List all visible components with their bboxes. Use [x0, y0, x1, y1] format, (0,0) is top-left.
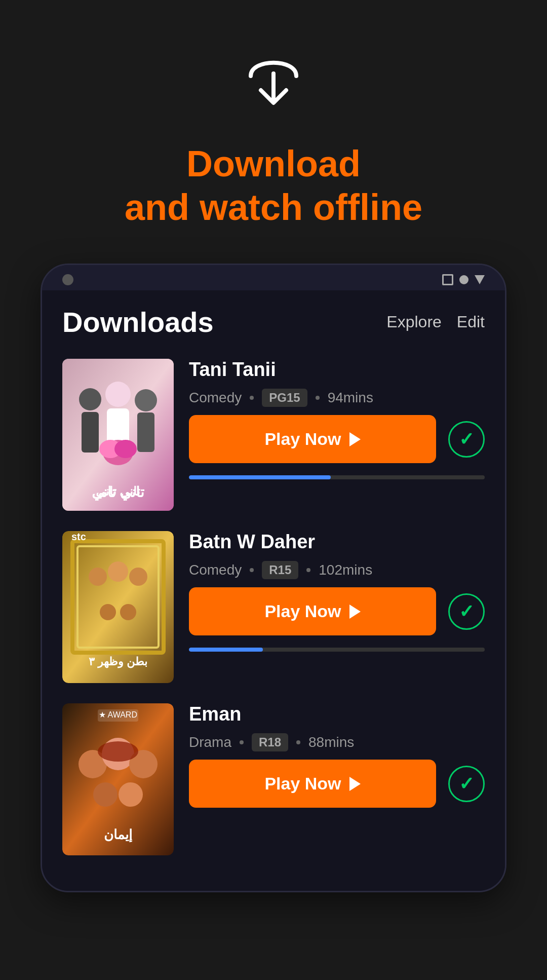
top-section: Download and watch offline [0, 0, 547, 260]
movie-meta-eman: Drama R18 88mins [189, 733, 485, 751]
status-square-icon [442, 274, 453, 285]
play-triangle-icon-eman [349, 777, 361, 791]
progress-fill-batn-w-daher [189, 648, 263, 652]
svg-point-18 [100, 604, 116, 620]
svg-text:إيمان: إيمان [104, 827, 132, 843]
downloads-title: Downloads [62, 306, 214, 338]
rating-tani-tanii: PG15 [262, 389, 307, 407]
explore-button[interactable]: Explore [386, 313, 442, 331]
duration-batn-w-daher: 102mins [319, 562, 372, 578]
svg-text:stc: stc [71, 531, 86, 542]
rating-eman: R18 [252, 733, 288, 751]
svg-rect-7 [137, 412, 154, 452]
status-triangle-icon [475, 275, 485, 284]
movie-info-eman: Eman Drama R18 88mins Play Now ✓ [189, 703, 485, 808]
svg-rect-3 [82, 412, 99, 453]
check-circle-eman: ✓ [448, 766, 485, 802]
play-row-batn-w-daher: Play Now ✓ [189, 587, 485, 635]
play-now-button-tani-tanii[interactable]: Play Now [189, 415, 436, 463]
movie-item-tani-tanii: تاني تاني Tani Tanii Comedy PG15 94mins … [62, 359, 485, 511]
header-actions: Explore Edit [386, 313, 485, 331]
movie-item-batn-w-daher: stc بطن وظهر ٣ Batn W Daher Comedy R15 1… [62, 531, 485, 683]
svg-point-27 [119, 782, 143, 807]
svg-point-2 [79, 388, 101, 410]
progress-fill-tani-tanii [189, 475, 331, 479]
status-icons [442, 274, 485, 285]
dot3 [250, 568, 254, 572]
progress-bar-tani-tanii [189, 475, 485, 479]
check-circle-tani-tanii: ✓ [448, 421, 485, 458]
play-row-tani-tanii: Play Now ✓ [189, 415, 485, 463]
play-now-button-eman[interactable]: Play Now [189, 760, 436, 808]
movie-meta-batn-w-daher: Comedy R15 102mins [189, 561, 485, 579]
movie-title-tani-tanii: Tani Tanii [189, 359, 485, 381]
play-now-label-eman: Play Now [264, 774, 341, 794]
svg-point-4 [105, 382, 131, 407]
movie-info-tani-tanii: Tani Tanii Comedy PG15 94mins Play Now ✓ [189, 359, 485, 479]
headline: Download and watch offline [125, 142, 422, 230]
svg-text:تاني تاني: تاني تاني [96, 484, 141, 499]
play-triangle-icon-batn-w-daher [349, 605, 361, 619]
downloads-header: Downloads Explore Edit [62, 306, 485, 338]
svg-point-19 [120, 604, 136, 620]
dot2 [316, 396, 320, 400]
check-circle-batn-w-daher: ✓ [448, 593, 485, 630]
play-now-button-batn-w-daher[interactable]: Play Now [189, 587, 436, 635]
movie-title-batn-w-daher: Batn W Daher [189, 531, 485, 553]
svg-point-16 [108, 561, 128, 582]
duration-tani-tanii: 94mins [328, 390, 373, 406]
play-now-label-tani-tanii: Play Now [264, 429, 341, 449]
dot4 [306, 568, 310, 572]
svg-point-6 [135, 389, 157, 411]
check-mark-icon-eman: ✓ [459, 773, 474, 795]
svg-point-10 [114, 440, 137, 458]
edit-button[interactable]: Edit [457, 313, 485, 331]
movie-poster-tani-tanii: تاني تاني [62, 359, 174, 511]
movie-title-eman: Eman [189, 703, 485, 725]
duration-eman: 88mins [308, 734, 354, 750]
svg-point-26 [93, 782, 118, 807]
svg-text:بطن وظهر ٣: بطن وظهر ٣ [89, 655, 147, 668]
genre-batn-w-daher: Comedy [189, 562, 242, 578]
play-triangle-icon-tani-tanii [349, 432, 361, 446]
dot1 [250, 396, 254, 400]
headline-line2: and watch offline [125, 185, 422, 229]
phone-content: Downloads Explore Edit [42, 290, 505, 891]
check-mark-icon-batn-w-daher: ✓ [459, 601, 474, 622]
rating-batn-w-daher: R15 [262, 561, 298, 579]
play-row-eman: Play Now ✓ [189, 760, 485, 808]
movie-info-batn-w-daher: Batn W Daher Comedy R15 102mins Play Now… [189, 531, 485, 652]
phone-status-bar [42, 265, 505, 290]
status-circle-icon [459, 275, 468, 284]
play-now-label-batn-w-daher: Play Now [264, 601, 341, 621]
movie-poster-batn-w-daher: stc بطن وظهر ٣ [62, 531, 174, 683]
headline-line1: Download [125, 142, 422, 185]
check-mark-icon-tani-tanii: ✓ [459, 429, 474, 450]
phone-mockup: Downloads Explore Edit [41, 263, 506, 892]
svg-point-28 [98, 741, 138, 762]
status-notch [62, 274, 73, 285]
svg-point-15 [89, 568, 107, 586]
download-icon [233, 41, 314, 122]
progress-bar-batn-w-daher [189, 648, 485, 652]
svg-point-17 [129, 568, 147, 586]
dot6 [296, 740, 300, 744]
movie-item-eman: إيمان ★ AWARD Eman Drama R18 88mins [62, 703, 485, 855]
movie-poster-eman: إيمان ★ AWARD [62, 703, 174, 855]
genre-tani-tanii: Comedy [189, 390, 242, 406]
genre-eman: Drama [189, 734, 231, 750]
movie-meta-tani-tanii: Comedy PG15 94mins [189, 389, 485, 407]
svg-text:★ AWARD: ★ AWARD [99, 710, 137, 719]
dot5 [240, 740, 244, 744]
